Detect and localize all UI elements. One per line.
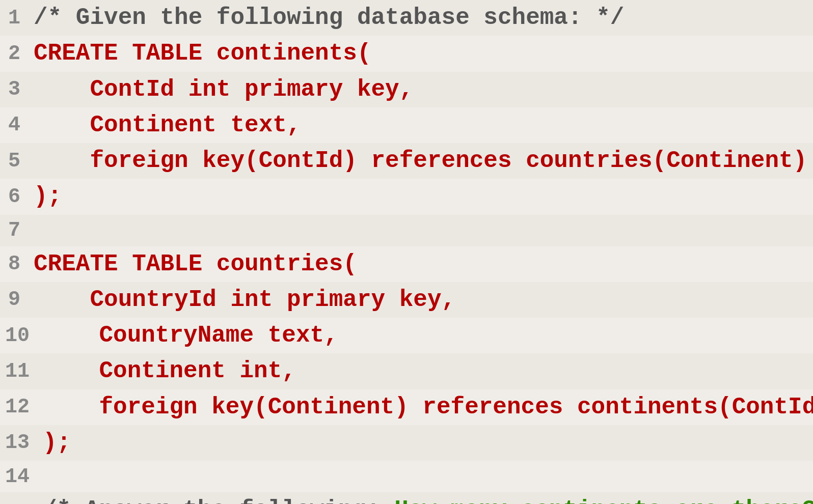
code-line: 10 CountryName text, (0, 318, 813, 353)
code-line: 13); (0, 425, 813, 461)
line-number: 7 (0, 218, 31, 242)
code-line: 12 foreign key(Continent) references con… (0, 389, 813, 425)
line-number: 10 (0, 324, 40, 348)
code-line: 7 (0, 215, 813, 246)
code-token: foreign key(Continent) references contin… (43, 394, 813, 421)
line-content (31, 215, 813, 223)
code-token: How many continents are there? (394, 497, 813, 504)
code-token: ); (43, 430, 71, 456)
code-token: CountryName text, (43, 322, 338, 349)
line-content: ); (40, 425, 813, 461)
code-line: 3 ContId int primary key, (0, 72, 813, 107)
line-content: CREATE TABLE countries( (31, 246, 813, 282)
line-content: /* Given the following database schema: … (31, 0, 813, 36)
code-token: ContId int primary key, (34, 76, 413, 103)
code-token: ); (34, 183, 62, 210)
line-number: 2 (0, 42, 31, 66)
code-line: 6); (0, 179, 813, 214)
code-line: 9 CountryId int primary key, (0, 282, 813, 318)
code-line: 15/* Answer the following: How many cont… (0, 492, 813, 504)
line-content: /* Answer the following: How many contin… (40, 492, 813, 504)
code-block: 1/* Given the following database schema:… (0, 0, 813, 504)
code-line: 2CREATE TABLE continents( (0, 36, 813, 71)
line-number: 14 (0, 465, 40, 489)
line-number: 5 (0, 149, 31, 173)
line-content: CREATE TABLE continents( (31, 36, 813, 71)
line-content: Continent int, (40, 353, 813, 389)
code-token: foreign key(ContId) references countries… (34, 148, 807, 174)
line-number: 12 (0, 395, 40, 419)
line-content: CountryId int primary key, (31, 282, 813, 318)
code-line: 4 Continent text, (0, 107, 813, 143)
code-token: /* Given the following database schema: … (34, 5, 624, 31)
code-token: CountryId int primary key, (34, 287, 455, 313)
code-line: 14 (0, 461, 813, 492)
line-content: ContId int primary key, (31, 72, 813, 107)
line-number: 6 (0, 185, 31, 209)
code-token: /* Answer the following: (43, 497, 394, 504)
line-number: 1 (0, 6, 31, 30)
line-number: 8 (0, 252, 31, 276)
line-content: CountryName text, (40, 318, 813, 353)
line-content: ); (31, 179, 813, 214)
line-content: foreign key(Continent) references contin… (40, 389, 813, 425)
line-number: 3 (0, 77, 31, 101)
line-content (40, 461, 813, 469)
code-token: Continent int, (43, 358, 296, 384)
code-token: Continent text, (34, 112, 301, 138)
code-token: CREATE TABLE continents( (34, 40, 371, 67)
line-content: Continent text, (31, 107, 813, 143)
code-line: 11 Continent int, (0, 353, 813, 389)
code-line: 5 foreign key(ContId) references countri… (0, 143, 813, 179)
code-token: CREATE TABLE countries( (34, 251, 357, 277)
code-line: 8CREATE TABLE countries( (0, 246, 813, 282)
line-number: 4 (0, 113, 31, 137)
line-content: foreign key(ContId) references countries… (31, 143, 813, 179)
code-line: 1/* Given the following database schema:… (0, 0, 813, 36)
line-number: 13 (0, 431, 40, 455)
line-number: 9 (0, 288, 31, 312)
line-number: 11 (0, 359, 40, 383)
